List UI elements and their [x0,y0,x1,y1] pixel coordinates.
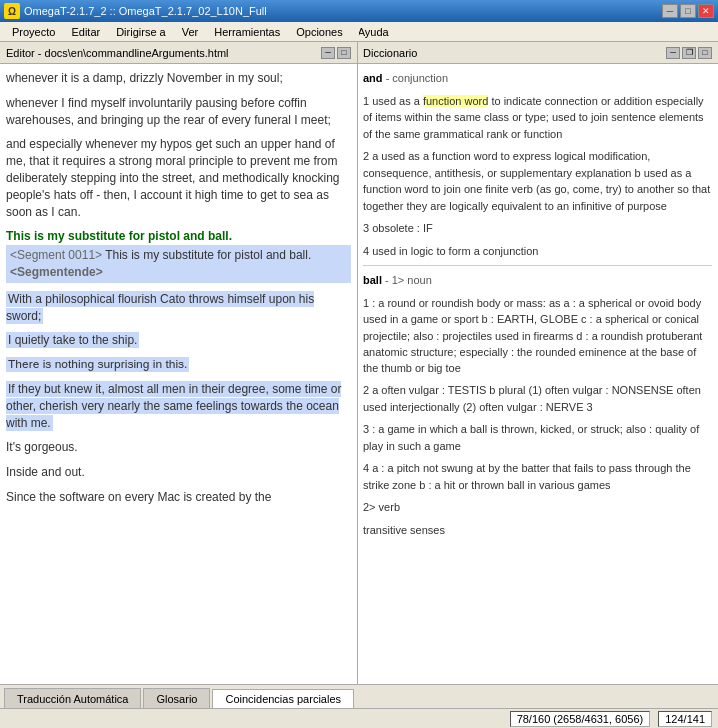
menu-bar: Proyecto Editar Dirigirse a Ver Herramie… [0,22,718,42]
close-button[interactable]: ✕ [698,4,714,18]
app-icon: Ω [4,3,20,19]
segment-tag-end: <Segmentende> [10,265,103,279]
dict-divider [363,265,712,266]
active-segment-edit[interactable]: <Segment 0011> This is my substitute for… [6,245,351,283]
editor-maximize-btn[interactable]: □ [337,47,351,59]
menu-ver[interactable]: Ver [174,24,207,40]
segment-tag-start: <Segment 0011> [10,248,102,262]
window-title: OmegaT-2.1.7_2 :: OmegaT_2.1.7_02_L10N_F… [24,5,267,17]
list-item: and especially whenever my hypos get suc… [6,136,351,220]
dictionary-panel: Diccionario ─ ❐ □ and - conjunction 1 us… [358,42,718,684]
main-content: Editor - docs\en\commandlineArguments.ht… [0,42,718,728]
dict-entry-ball: ball - 1> noun 1 : a round or roundish b… [363,272,712,538]
editor-controls[interactable]: ─ □ [321,47,351,59]
dict-entry-and: and - conjunction 1 used as a function w… [363,70,712,259]
panels: Editor - docs\en\commandlineArguments.ht… [0,42,718,684]
function-word-highlight: function word [423,95,488,107]
title-bar: Ω OmegaT-2.1.7_2 :: OmegaT_2.1.7_02_L10N… [0,0,718,22]
list-item: It's gorgeous. [6,439,351,456]
minimize-button[interactable]: ─ [662,4,678,18]
tab-coincidencias[interactable]: Coincidencias parciales [212,689,354,709]
list-item: This is my substitute for pistol and bal… [6,228,351,282]
dict-minimize-btn[interactable]: ─ [666,47,680,59]
menu-opciones[interactable]: Opciones [288,24,350,40]
menu-herramientas[interactable]: Herramientas [206,24,288,40]
window-controls[interactable]: ─ □ ✕ [662,4,714,18]
list-item: I quietly take to the ship. [6,332,351,349]
status-bar: 78/160 (2658/4631, 6056) 124/141 [0,708,718,728]
dictionary-title: Diccionario [363,47,417,59]
editor-content[interactable]: whenever it is a damp, drizzly November … [0,64,357,684]
menu-dirigirse[interactable]: Dirigirse a [108,24,174,40]
dict-controls[interactable]: ─ ❐ □ [666,47,712,59]
list-item: whenever it is a damp, drizzly November … [6,70,351,87]
active-segment-bold: This is my substitute for pistol and bal… [6,228,351,245]
list-item: If they but knew it, almost all men in t… [6,381,351,431]
list-item: With a philosophical flourish Cato throw… [6,291,351,325]
menu-editar[interactable]: Editar [63,24,108,40]
dict-restore-btn[interactable]: ❐ [682,47,696,59]
dict-maximize-btn[interactable]: □ [698,47,712,59]
list-item: whenever I find myself involuntarily pau… [6,95,351,129]
list-item: Inside and out. [6,464,351,481]
tab-traduccion[interactable]: Traducción Automática [4,688,141,708]
editor-minimize-btn[interactable]: ─ [321,47,335,59]
tab-glosario[interactable]: Glosario [143,688,210,708]
menu-ayuda[interactable]: Ayuda [351,24,397,40]
title-bar-left: Ω OmegaT-2.1.7_2 :: OmegaT_2.1.7_02_L10N… [4,3,267,19]
dictionary-header: Diccionario ─ ❐ □ [358,42,718,64]
editor-header: Editor - docs\en\commandlineArguments.ht… [0,42,357,64]
menu-proyecto[interactable]: Proyecto [4,24,63,40]
status-progress: 78/160 (2658/4631, 6056) [510,711,651,727]
list-item: There is nothing surprising in this. [6,357,351,373]
editor-panel: Editor - docs\en\commandlineArguments.ht… [0,42,358,684]
segment-text: This is my substitute for pistol and bal… [105,248,311,262]
bottom-tabs: Traducción Automática Glosario Coinciden… [0,684,718,708]
status-position: 124/141 [658,711,712,727]
maximize-button[interactable]: □ [680,4,696,18]
list-item: Since the software on every Mac is creat… [6,489,351,506]
editor-title: Editor - docs\en\commandlineArguments.ht… [6,47,229,59]
dictionary-content[interactable]: and - conjunction 1 used as a function w… [358,64,718,684]
